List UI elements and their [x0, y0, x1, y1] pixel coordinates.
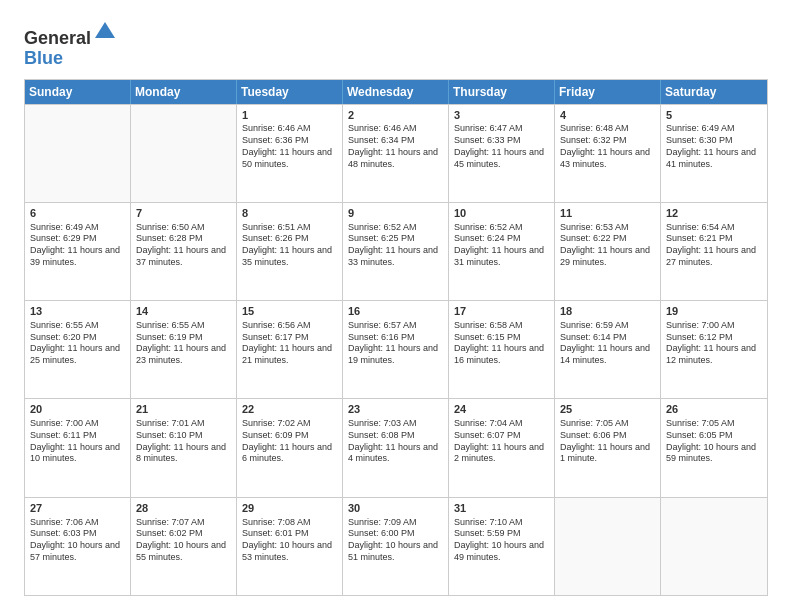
day-number: 28 [136, 501, 231, 516]
calendar-cell: 8Sunrise: 6:51 AMSunset: 6:26 PMDaylight… [237, 203, 343, 300]
calendar-cell: 26Sunrise: 7:05 AMSunset: 6:05 PMDayligh… [661, 399, 767, 496]
calendar-body: 1Sunrise: 6:46 AMSunset: 6:36 PMDaylight… [25, 104, 767, 595]
calendar-cell: 6Sunrise: 6:49 AMSunset: 6:29 PMDaylight… [25, 203, 131, 300]
day-number: 7 [136, 206, 231, 221]
header-cell-sunday: Sunday [25, 80, 131, 104]
calendar-cell: 19Sunrise: 7:00 AMSunset: 6:12 PMDayligh… [661, 301, 767, 398]
day-number: 30 [348, 501, 443, 516]
cell-content: Sunrise: 7:05 AMSunset: 6:06 PMDaylight:… [560, 418, 655, 465]
cell-content: Sunrise: 7:06 AMSunset: 6:03 PMDaylight:… [30, 517, 125, 564]
day-number: 1 [242, 108, 337, 123]
calendar-cell: 11Sunrise: 6:53 AMSunset: 6:22 PMDayligh… [555, 203, 661, 300]
day-number: 22 [242, 402, 337, 417]
day-number: 13 [30, 304, 125, 319]
cell-content: Sunrise: 7:00 AMSunset: 6:12 PMDaylight:… [666, 320, 762, 367]
calendar-cell: 30Sunrise: 7:09 AMSunset: 6:00 PMDayligh… [343, 498, 449, 595]
day-number: 25 [560, 402, 655, 417]
day-number: 15 [242, 304, 337, 319]
cell-content: Sunrise: 6:51 AMSunset: 6:26 PMDaylight:… [242, 222, 337, 269]
day-number: 20 [30, 402, 125, 417]
cell-content: Sunrise: 7:00 AMSunset: 6:11 PMDaylight:… [30, 418, 125, 465]
logo-general: General [24, 28, 91, 48]
cell-content: Sunrise: 6:55 AMSunset: 6:20 PMDaylight:… [30, 320, 125, 367]
cell-content: Sunrise: 6:57 AMSunset: 6:16 PMDaylight:… [348, 320, 443, 367]
day-number: 23 [348, 402, 443, 417]
logo: General Blue [24, 20, 117, 69]
svg-marker-0 [95, 22, 115, 38]
day-number: 8 [242, 206, 337, 221]
day-number: 2 [348, 108, 443, 123]
cell-content: Sunrise: 7:02 AMSunset: 6:09 PMDaylight:… [242, 418, 337, 465]
cell-content: Sunrise: 6:54 AMSunset: 6:21 PMDaylight:… [666, 222, 762, 269]
calendar-cell: 22Sunrise: 7:02 AMSunset: 6:09 PMDayligh… [237, 399, 343, 496]
calendar-cell [131, 105, 237, 202]
calendar-cell: 31Sunrise: 7:10 AMSunset: 5:59 PMDayligh… [449, 498, 555, 595]
day-number: 11 [560, 206, 655, 221]
header-cell-friday: Friday [555, 80, 661, 104]
cell-content: Sunrise: 7:04 AMSunset: 6:07 PMDaylight:… [454, 418, 549, 465]
cell-content: Sunrise: 6:55 AMSunset: 6:19 PMDaylight:… [136, 320, 231, 367]
header-cell-monday: Monday [131, 80, 237, 104]
calendar-cell: 21Sunrise: 7:01 AMSunset: 6:10 PMDayligh… [131, 399, 237, 496]
calendar-cell: 23Sunrise: 7:03 AMSunset: 6:08 PMDayligh… [343, 399, 449, 496]
logo-blue: Blue [24, 48, 63, 68]
header-cell-saturday: Saturday [661, 80, 767, 104]
calendar-cell: 13Sunrise: 6:55 AMSunset: 6:20 PMDayligh… [25, 301, 131, 398]
cell-content: Sunrise: 6:48 AMSunset: 6:32 PMDaylight:… [560, 123, 655, 170]
cell-content: Sunrise: 6:52 AMSunset: 6:24 PMDaylight:… [454, 222, 549, 269]
day-number: 6 [30, 206, 125, 221]
calendar-cell: 28Sunrise: 7:07 AMSunset: 6:02 PMDayligh… [131, 498, 237, 595]
calendar-row: 27Sunrise: 7:06 AMSunset: 6:03 PMDayligh… [25, 497, 767, 595]
day-number: 29 [242, 501, 337, 516]
calendar-cell: 20Sunrise: 7:00 AMSunset: 6:11 PMDayligh… [25, 399, 131, 496]
day-number: 16 [348, 304, 443, 319]
cell-content: Sunrise: 6:59 AMSunset: 6:14 PMDaylight:… [560, 320, 655, 367]
day-number: 31 [454, 501, 549, 516]
calendar-cell [661, 498, 767, 595]
header-cell-thursday: Thursday [449, 80, 555, 104]
cell-content: Sunrise: 7:05 AMSunset: 6:05 PMDaylight:… [666, 418, 762, 465]
calendar-cell: 29Sunrise: 7:08 AMSunset: 6:01 PMDayligh… [237, 498, 343, 595]
cell-content: Sunrise: 6:47 AMSunset: 6:33 PMDaylight:… [454, 123, 549, 170]
calendar-cell: 5Sunrise: 6:49 AMSunset: 6:30 PMDaylight… [661, 105, 767, 202]
calendar-header: SundayMondayTuesdayWednesdayThursdayFrid… [25, 80, 767, 104]
day-number: 10 [454, 206, 549, 221]
cell-content: Sunrise: 6:46 AMSunset: 6:34 PMDaylight:… [348, 123, 443, 170]
day-number: 4 [560, 108, 655, 123]
cell-content: Sunrise: 7:10 AMSunset: 5:59 PMDaylight:… [454, 517, 549, 564]
calendar-cell: 16Sunrise: 6:57 AMSunset: 6:16 PMDayligh… [343, 301, 449, 398]
cell-content: Sunrise: 6:46 AMSunset: 6:36 PMDaylight:… [242, 123, 337, 170]
calendar-cell: 14Sunrise: 6:55 AMSunset: 6:19 PMDayligh… [131, 301, 237, 398]
calendar-cell [25, 105, 131, 202]
logo-icon [93, 20, 117, 44]
cell-content: Sunrise: 6:52 AMSunset: 6:25 PMDaylight:… [348, 222, 443, 269]
cell-content: Sunrise: 7:08 AMSunset: 6:01 PMDaylight:… [242, 517, 337, 564]
calendar-cell: 4Sunrise: 6:48 AMSunset: 6:32 PMDaylight… [555, 105, 661, 202]
header-cell-wednesday: Wednesday [343, 80, 449, 104]
day-number: 14 [136, 304, 231, 319]
day-number: 21 [136, 402, 231, 417]
calendar-row: 20Sunrise: 7:00 AMSunset: 6:11 PMDayligh… [25, 398, 767, 496]
day-number: 12 [666, 206, 762, 221]
day-number: 18 [560, 304, 655, 319]
cell-content: Sunrise: 7:09 AMSunset: 6:00 PMDaylight:… [348, 517, 443, 564]
calendar: SundayMondayTuesdayWednesdayThursdayFrid… [24, 79, 768, 596]
calendar-row: 13Sunrise: 6:55 AMSunset: 6:20 PMDayligh… [25, 300, 767, 398]
day-number: 24 [454, 402, 549, 417]
calendar-cell: 18Sunrise: 6:59 AMSunset: 6:14 PMDayligh… [555, 301, 661, 398]
day-number: 17 [454, 304, 549, 319]
day-number: 9 [348, 206, 443, 221]
calendar-cell: 1Sunrise: 6:46 AMSunset: 6:36 PMDaylight… [237, 105, 343, 202]
calendar-cell: 27Sunrise: 7:06 AMSunset: 6:03 PMDayligh… [25, 498, 131, 595]
calendar-row: 6Sunrise: 6:49 AMSunset: 6:29 PMDaylight… [25, 202, 767, 300]
calendar-cell: 3Sunrise: 6:47 AMSunset: 6:33 PMDaylight… [449, 105, 555, 202]
day-number: 26 [666, 402, 762, 417]
cell-content: Sunrise: 6:49 AMSunset: 6:29 PMDaylight:… [30, 222, 125, 269]
cell-content: Sunrise: 6:50 AMSunset: 6:28 PMDaylight:… [136, 222, 231, 269]
cell-content: Sunrise: 7:03 AMSunset: 6:08 PMDaylight:… [348, 418, 443, 465]
calendar-cell: 15Sunrise: 6:56 AMSunset: 6:17 PMDayligh… [237, 301, 343, 398]
calendar-cell: 2Sunrise: 6:46 AMSunset: 6:34 PMDaylight… [343, 105, 449, 202]
day-number: 5 [666, 108, 762, 123]
calendar-cell: 7Sunrise: 6:50 AMSunset: 6:28 PMDaylight… [131, 203, 237, 300]
cell-content: Sunrise: 6:56 AMSunset: 6:17 PMDaylight:… [242, 320, 337, 367]
